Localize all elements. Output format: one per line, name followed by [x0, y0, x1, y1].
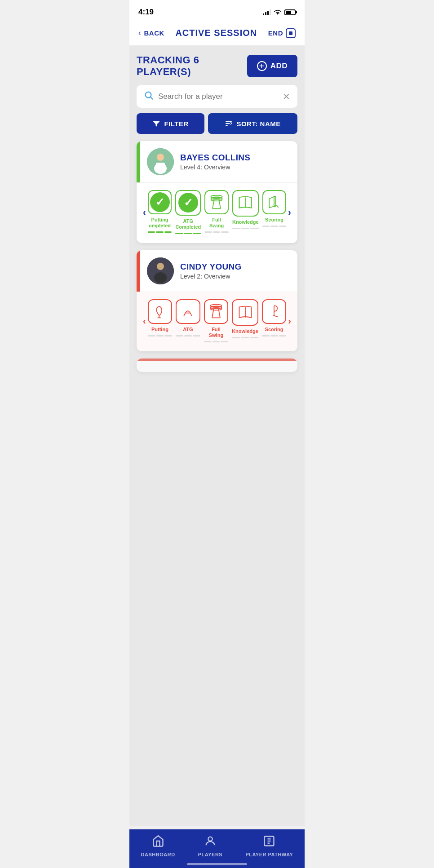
progress-fullswing-bayes [204, 231, 229, 233]
skill-atg-cindy[interactable]: ATG [176, 299, 200, 342]
skill-box-atg-bayes [175, 190, 201, 216]
player-level-cindy-young: Level 2: Overview [180, 273, 290, 280]
skill-box-knowledge-bayes [232, 190, 259, 217]
skill-fullswing-cindy[interactable]: Full Swing [204, 299, 229, 342]
skill-box-knowledge-cindy [232, 299, 258, 326]
skill-label-putting-bayes: Puttingompleted [149, 217, 171, 229]
wifi-icon [274, 9, 282, 16]
prev-arrow-cindy-young[interactable]: ‹ [141, 316, 148, 326]
player-level-bayes-collins: Level 4: Overview [180, 164, 290, 171]
skill-label-scoring-bayes: Scoring [265, 217, 283, 223]
sort-label: SORT: NAME [236, 120, 280, 128]
player-header-bayes-collins: BAYES COLLINS Level 4: Overview [137, 141, 297, 182]
player-info-bayes-collins: BAYES COLLINS Level 4: Overview [180, 153, 290, 171]
skills-cindy-young: Putting [148, 299, 287, 342]
skills-bayes-collins: Puttingompleted ATGCompleted [148, 190, 287, 234]
progress-putting-cindy [148, 335, 173, 337]
back-button[interactable]: ‹ BACK [138, 28, 164, 38]
skill-box-putting-cindy [148, 299, 173, 324]
skill-label-atg-cindy: ATG [183, 327, 193, 332]
search-icon [144, 90, 154, 102]
signal-icon [263, 9, 271, 15]
progress-knowledge-cindy [232, 337, 258, 338]
player-card-bayes-collins[interactable]: BAYES COLLINS Level 4: Overview ‹ Puttin… [137, 141, 297, 243]
skill-atg-bayes[interactable]: ATGCompleted [175, 190, 201, 234]
progress-putting-bayes [148, 231, 172, 233]
filter-sort-row: FILTER SORT: NAME [137, 113, 297, 134]
header: ‹ BACK ACTIVE SESSION END [129, 22, 305, 45]
players-icon [204, 835, 217, 850]
nav-pathway-label: PLAYER PATHWAY [245, 852, 293, 857]
avatar-cindy-young [147, 257, 174, 284]
main-content: TRACKING 6 PLAYER(S) + ADD ✕ FILTER [129, 45, 305, 826]
status-bar: 4:19 [129, 0, 305, 22]
skill-row-cindy-young: ‹ Putting [137, 292, 297, 351]
skill-label-knowledge-bayes: Knowledge [232, 219, 259, 225]
progress-scoring-bayes [262, 226, 287, 227]
next-arrow-cindy-young[interactable]: › [286, 316, 293, 326]
svg-point-17 [157, 263, 164, 270]
end-button[interactable]: END [268, 28, 296, 38]
player-card-cindy-young[interactable]: CINDY YOUNG Level 2: Overview ‹ [137, 250, 297, 351]
player-name-cindy-young: CINDY YOUNG [180, 262, 290, 272]
skill-label-atg-bayes: ATGCompleted [175, 218, 201, 230]
skill-box-fullswing-cindy [204, 299, 229, 324]
progress-fullswing-cindy [204, 341, 229, 342]
skill-knowledge-bayes[interactable]: Knowledge [232, 190, 259, 234]
player-info-cindy-young: CINDY YOUNG Level 2: Overview [180, 262, 290, 280]
skill-box-putting-bayes [148, 190, 172, 214]
skill-scoring-cindy[interactable]: Scoring [262, 299, 286, 342]
add-label: ADD [270, 62, 288, 71]
skill-scoring-bayes[interactable]: Scoring [262, 190, 287, 234]
skill-box-scoring-cindy [262, 299, 286, 324]
skill-box-fullswing-bayes [204, 190, 229, 214]
skill-box-atg-cindy [176, 299, 200, 324]
svg-point-0 [146, 92, 151, 98]
tracking-title: TRACKING 6 PLAYER(S) [137, 54, 247, 78]
svg-rect-8 [156, 163, 165, 172]
progress-atg-bayes [175, 233, 201, 234]
sort-value: NAME [260, 120, 281, 128]
tracking-header: TRACKING 6 PLAYER(S) + ADD [137, 54, 297, 78]
nav-dashboard-label: DASHBOARD [141, 852, 175, 857]
sort-button[interactable]: SORT: NAME [208, 113, 297, 134]
avatar-bayes-collins [147, 148, 174, 175]
back-chevron-icon: ‹ [138, 28, 142, 38]
svg-point-6 [157, 154, 164, 161]
header-title: ACTIVE SESSION [175, 28, 257, 38]
search-input[interactable] [158, 92, 278, 101]
status-icons [263, 9, 296, 16]
filter-button[interactable]: FILTER [137, 113, 204, 134]
skill-putting-cindy[interactable]: Putting [148, 299, 173, 342]
dashboard-icon [152, 835, 164, 850]
pathway-icon [263, 835, 275, 850]
add-button[interactable]: + ADD [247, 55, 297, 77]
end-label: END [268, 29, 283, 37]
nav-players[interactable]: PLAYERS [198, 835, 222, 857]
nav-player-pathway[interactable]: PLAYER PATHWAY [245, 835, 293, 857]
skill-label-putting-cindy: Putting [151, 327, 168, 332]
back-label: BACK [144, 29, 164, 37]
clear-search-button[interactable]: ✕ [283, 91, 290, 102]
skill-knowledge-cindy[interactable]: Knowledge [232, 299, 258, 342]
checkmark-putting-bayes [150, 192, 170, 212]
partial-card [137, 359, 297, 372]
skill-label-fullswing-cindy: Full Swing [204, 327, 229, 338]
skill-label-knowledge-cindy: Knowledge [232, 328, 258, 334]
skill-putting-bayes[interactable]: Puttingompleted [148, 190, 172, 234]
add-plus-icon: + [257, 61, 267, 71]
skill-box-scoring-bayes [262, 190, 287, 214]
next-arrow-bayes-collins[interactable]: › [286, 207, 293, 217]
svg-point-28 [208, 837, 212, 841]
battery-icon [284, 9, 296, 15]
end-square-icon [286, 28, 296, 38]
skill-label-scoring-cindy: Scoring [265, 327, 283, 332]
prev-arrow-bayes-collins[interactable]: ‹ [141, 207, 148, 217]
progress-atg-cindy [176, 335, 200, 337]
skill-fullswing-bayes[interactable]: Full Swing [204, 190, 229, 234]
status-time: 4:19 [138, 8, 154, 17]
progress-knowledge-bayes [232, 228, 259, 229]
progress-scoring-cindy [262, 335, 286, 337]
svg-rect-15 [274, 196, 276, 206]
nav-dashboard[interactable]: DASHBOARD [141, 835, 175, 857]
